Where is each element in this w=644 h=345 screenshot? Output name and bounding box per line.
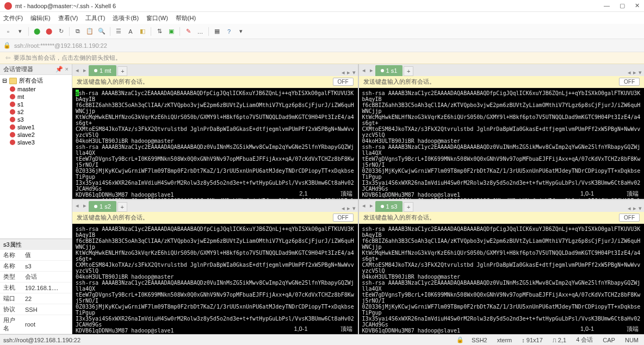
tab-scroll-left[interactable]: ◂ <box>628 205 631 212</box>
broadcast-toggle[interactable]: OFF <box>619 214 640 222</box>
xftp-button[interactable]: ▣ <box>166 27 176 36</box>
copy-button[interactable]: ⧉ <box>73 27 83 36</box>
find-button[interactable]: 🔍 <box>97 27 107 36</box>
props-title: s3属性 <box>0 239 72 250</box>
tab-menu-button[interactable]: ▾ <box>352 205 356 212</box>
tree-item[interactable]: slave1 <box>0 123 72 131</box>
tab-next-button[interactable]: ▸ <box>368 67 375 74</box>
session-icon <box>10 132 15 137</box>
tab-scroll-right[interactable]: ▸ <box>347 69 350 76</box>
new-session-button[interactable]: ▫ <box>3 27 13 36</box>
help-button[interactable]: ? <box>224 27 234 36</box>
tree-item[interactable]: mt <box>0 93 72 101</box>
minimize-button[interactable]: — <box>604 2 610 9</box>
tree-item[interactable]: s3 <box>0 116 72 123</box>
add-tab-button[interactable]: + <box>404 66 413 76</box>
tree-item[interactable]: slave3 <box>0 139 72 146</box>
tab-prev-button[interactable]: ◂ <box>360 202 368 209</box>
properties-button[interactable]: ☰ <box>114 27 123 36</box>
tab-prev-button[interactable]: ◂ <box>73 67 81 74</box>
tree-item[interactable]: slave2 <box>0 131 72 139</box>
menu-file[interactable]: 文件(F) <box>3 14 23 22</box>
terminal[interactable]: ssh-rsa AAAAB3NzaC1yc2EAAAADAQABAAABAQDf… <box>359 88 645 199</box>
tab-scroll-right[interactable]: ▸ <box>347 205 350 212</box>
tab-menu-button[interactable]: ▾ <box>639 69 642 76</box>
session-icon <box>10 124 15 130</box>
table-row: 端口22 <box>0 293 72 304</box>
transfer-button[interactable]: ⇅ <box>154 27 164 36</box>
toolbar: ▫ ▾ ⬤ ⬤ ↻ ⧉ 📋 🔍 ☰ A ◧ ⇅ ▣ ✎ … ▦ ? ▾ <box>0 24 644 39</box>
menu-edit[interactable]: 编辑(E) <box>30 14 51 22</box>
status-dot-icon <box>381 69 384 72</box>
add-tab-button[interactable]: + <box>404 202 413 212</box>
tab-scroll-left[interactable]: ◂ <box>342 205 345 212</box>
tab-menu-button[interactable]: ▾ <box>352 69 356 76</box>
open-button[interactable]: ▾ <box>15 27 25 36</box>
tree-item[interactable]: s2 <box>0 108 72 116</box>
pin-icon[interactable]: 📌 <box>55 66 63 73</box>
color-button[interactable]: ◧ <box>138 27 147 36</box>
lock-icon: 🔒 <box>3 42 11 49</box>
menu-help[interactable]: 帮助(H) <box>176 14 196 22</box>
table-row: 用户名root <box>0 315 72 334</box>
terminal[interactable]: ssh-rsa AAAAB3NzaC1yc2EAAAADAQABAAABAQDf… <box>72 224 358 335</box>
close-button[interactable]: ✕ <box>635 2 640 9</box>
tab-next-button[interactable]: ▸ <box>81 202 89 209</box>
broadcast-toggle[interactable]: OFF <box>333 214 354 222</box>
tab-next-button[interactable]: ▸ <box>81 67 89 74</box>
broadcast-text: 发送键盘输入的所有会话。 <box>363 214 435 222</box>
reconnect-button[interactable]: ↻ <box>56 27 66 36</box>
panel-close-icon[interactable]: × <box>65 66 69 73</box>
session-tree: ⊟所有会话 master mt s1 s2 s3 slave1 slave2 s… <box>0 75 72 239</box>
menu-tab[interactable]: 选项卡(B) <box>113 14 139 22</box>
status-dot-icon <box>94 69 97 72</box>
terminal[interactable]: ssh-rsa AAAAB3NzaC1yc2EAAAADAQABAAABAQDf… <box>72 88 358 199</box>
tab-scroll-right[interactable]: ▸ <box>633 69 636 76</box>
status-cap: CAP <box>600 337 617 343</box>
maximize-button[interactable]: ▢ <box>620 2 625 9</box>
tree-item[interactable]: s1 <box>0 101 72 108</box>
tab-menu-button[interactable]: ▾ <box>639 205 642 212</box>
tab-prev-button[interactable]: ◂ <box>360 67 368 74</box>
font-button[interactable]: A <box>126 27 135 36</box>
session-tab[interactable]: 1 s2 <box>89 201 116 212</box>
broadcast-toggle[interactable]: OFF <box>619 78 640 86</box>
add-tab-button[interactable]: + <box>117 202 127 212</box>
pin-arrow-icon[interactable]: ⇦ <box>5 54 10 61</box>
broadcast-text: 发送键盘输入的所有会话。 <box>77 214 148 222</box>
session-icon <box>10 109 15 115</box>
session-tab[interactable]: 1 s1 <box>375 65 403 76</box>
tree-item[interactable]: master <box>0 85 72 93</box>
ssh-icon: 🔒 <box>456 336 464 343</box>
add-tab-button[interactable]: + <box>117 66 127 76</box>
disconnect-button[interactable]: ⬤ <box>44 27 54 36</box>
status-dot-icon <box>381 205 384 208</box>
status-size: ↕ 91x17 <box>519 337 545 343</box>
tab-scroll-right[interactable]: ▸ <box>633 205 636 212</box>
tab-next-button[interactable]: ▸ <box>368 202 375 209</box>
session-tab[interactable]: 1 mt <box>89 65 116 76</box>
status-num: NUM <box>623 337 641 343</box>
table-row: 名称s3 <box>0 261 72 272</box>
broadcast-toggle[interactable]: OFF <box>333 78 354 86</box>
layout-button[interactable]: ▦ <box>212 27 222 36</box>
record-button[interactable]: ✎ <box>183 27 193 36</box>
session-tab[interactable]: 1 s3 <box>375 201 403 212</box>
menu-view[interactable]: 查看(V) <box>58 14 78 22</box>
session-icon <box>10 86 15 92</box>
dropdown-button[interactable]: ▾ <box>236 27 246 36</box>
terminal[interactable]: ssh-rsa AAAAB3NzaC1yc2EAAAADAQABAAABAQDf… <box>359 224 645 335</box>
table-row: 主机192.168.1.... <box>0 283 72 293</box>
notice-text: 要添加当前会话，点击左侧的箭头按钮。 <box>14 54 121 62</box>
menu-window[interactable]: 窗口(W) <box>146 14 168 22</box>
connect-button[interactable]: ⬤ <box>32 27 42 36</box>
tab-scroll-left[interactable]: ◂ <box>628 69 631 76</box>
tree-root[interactable]: ⊟所有会话 <box>0 76 72 85</box>
tab-scroll-left[interactable]: ◂ <box>342 69 345 76</box>
table-row: 类型会话 <box>0 272 72 283</box>
paste-button[interactable]: 📋 <box>85 27 95 36</box>
address-field[interactable]: ssh://root:******@192.168.1.190:22 <box>14 42 107 49</box>
menu-tools[interactable]: 工具(T) <box>85 14 105 22</box>
script-button[interactable]: … <box>195 27 205 36</box>
tab-prev-button[interactable]: ◂ <box>73 202 81 209</box>
